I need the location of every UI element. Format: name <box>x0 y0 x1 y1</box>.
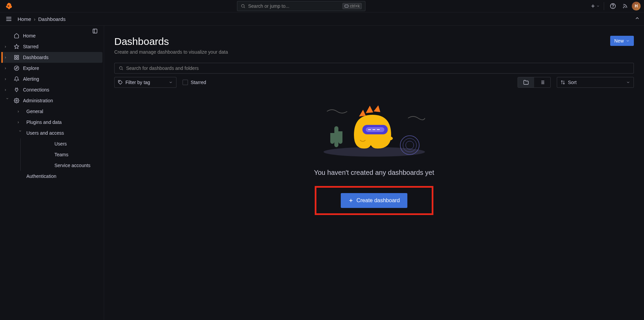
menu-icon <box>5 16 12 22</box>
sidebar-item-service-accounts[interactable]: Service accounts <box>21 160 102 171</box>
search-icon <box>241 4 245 8</box>
search-icon <box>119 66 123 71</box>
chevron-right-icon: › <box>5 55 10 60</box>
svg-point-9 <box>623 7 624 8</box>
search-placeholder: Search for dashboards and folders <box>126 65 199 71</box>
sidebar-item-label: Connections <box>23 87 49 92</box>
svg-rect-19 <box>15 58 16 59</box>
empty-state-illustration <box>320 101 428 159</box>
dock-sidebar-button[interactable] <box>91 27 99 35</box>
svg-point-8 <box>613 7 613 7</box>
sidebar-item-teams[interactable]: Teams <box>21 149 102 160</box>
breadcrumb: Home › Dashboards <box>18 16 66 22</box>
annotation-highlight: Create dashboard <box>315 186 433 215</box>
sidebar-item-label: Dashboards <box>23 55 49 60</box>
list-icon <box>540 80 545 85</box>
sidebar-item-general[interactable]: › General <box>1 106 102 117</box>
svg-rect-4 <box>345 5 348 7</box>
chevron-down-icon <box>626 39 630 43</box>
sidebar-item-label: Teams <box>54 152 68 157</box>
sidebar-item-label: Starred <box>23 44 39 49</box>
sidebar-item-label: Home <box>23 33 35 38</box>
chevron-down-icon <box>596 4 600 8</box>
panel-icon <box>92 28 98 34</box>
sidebar-item-label: Users and access <box>26 130 64 136</box>
kbd-shortcut: ctrl+k <box>342 3 362 9</box>
rss-icon <box>622 3 628 9</box>
svg-point-35 <box>406 141 414 149</box>
page-title: Dashboards <box>114 36 228 47</box>
chevron-right-icon: › <box>18 120 23 125</box>
sidebar-item-users[interactable]: Users <box>21 138 102 149</box>
help-icon <box>610 3 616 9</box>
sidebar-item-label: Users <box>54 141 67 146</box>
plug-icon <box>14 87 20 92</box>
svg-point-41 <box>386 136 393 140</box>
chevron-up-icon <box>635 16 640 21</box>
sidebar-item-label: Authentication <box>26 174 56 179</box>
breadcrumb-home[interactable]: Home <box>18 16 31 22</box>
star-icon <box>14 44 20 49</box>
svg-line-24 <box>122 69 123 70</box>
chevron-right-icon: › <box>5 87 10 92</box>
sidebar-item-alerting[interactable]: › Alerting <box>1 74 102 84</box>
chevron-down-icon <box>169 80 173 84</box>
svg-point-1 <box>8 6 9 6</box>
sort-select[interactable]: Sort <box>557 77 634 88</box>
compass-icon <box>14 65 20 71</box>
new-button[interactable]: New <box>610 36 634 46</box>
sidebar-item-label: General <box>26 109 43 114</box>
create-dashboard-button[interactable]: Create dashboard <box>341 193 407 208</box>
view-toggle <box>518 77 551 88</box>
sidebar-item-dashboards[interactable]: › Dashboards <box>1 52 102 63</box>
chevron-right-icon: › <box>5 44 10 49</box>
svg-rect-17 <box>17 55 19 57</box>
sidebar-item-label: Administration <box>23 98 53 103</box>
starred-checkbox[interactable]: Starred <box>183 80 206 85</box>
sidebar-item-label: Alerting <box>23 76 39 82</box>
filter-by-tag-select[interactable]: Filter by tag <box>114 77 176 88</box>
sidebar-item-explore[interactable]: › Explore <box>1 63 102 74</box>
svg-line-3 <box>244 7 245 8</box>
gear-icon <box>14 98 20 103</box>
sidebar-item-plugins[interactable]: › Plugins and data <box>1 117 102 128</box>
feed-button[interactable] <box>620 1 630 11</box>
search-placeholder: Search or jump to... <box>248 3 289 9</box>
empty-state-text: You haven't created any dashboards yet <box>314 169 434 177</box>
user-avatar[interactable]: H <box>632 2 641 10</box>
tag-icon <box>118 80 123 85</box>
nav-toggle-button[interactable] <box>3 14 14 24</box>
sidebar-item-connections[interactable]: › Connections <box>1 84 102 95</box>
svg-point-23 <box>119 66 122 69</box>
chevron-down-icon: › <box>18 130 23 136</box>
sidebar-item-administration[interactable]: › Administration <box>1 95 102 106</box>
sidebar-item-label: Explore <box>23 65 39 71</box>
divider <box>604 2 604 10</box>
dashboard-search-input[interactable]: Search for dashboards and folders <box>114 63 634 74</box>
svg-rect-13 <box>93 29 97 33</box>
global-search-input[interactable]: Search or jump to... ctrl+k <box>237 1 365 11</box>
dashboards-icon <box>14 55 20 60</box>
svg-point-2 <box>241 4 244 7</box>
breadcrumb-separator: › <box>34 16 35 22</box>
grafana-logo-icon[interactable] <box>3 1 13 11</box>
collapse-topbar-button[interactable] <box>635 16 640 22</box>
chevron-right-icon: › <box>18 109 23 114</box>
svg-marker-15 <box>14 44 19 49</box>
sidebar-item-users-access[interactable]: › Users and access <box>1 128 102 138</box>
bell-icon <box>14 76 20 82</box>
view-folders-button[interactable] <box>518 77 534 87</box>
view-list-button[interactable] <box>534 77 550 87</box>
plus-icon <box>348 198 354 203</box>
checkbox-icon <box>183 80 188 85</box>
sidebar-item-starred[interactable]: › Starred <box>1 41 102 52</box>
sidebar-item-authentication[interactable]: Authentication <box>1 171 102 182</box>
sort-icon <box>560 80 565 85</box>
svg-point-20 <box>14 66 19 70</box>
help-button[interactable] <box>607 1 618 11</box>
plus-icon <box>590 3 596 9</box>
svg-rect-18 <box>17 58 19 59</box>
add-button[interactable] <box>590 1 600 11</box>
breadcrumb-current: Dashboards <box>38 16 66 22</box>
sidebar-item-label: Service accounts <box>54 163 91 168</box>
